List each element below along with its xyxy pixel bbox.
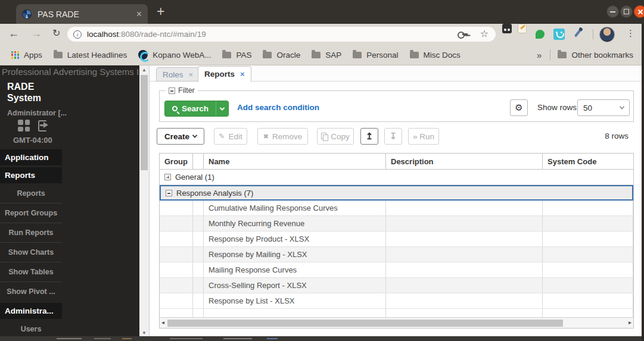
grid-header-row: Group Name Description System Code xyxy=(160,154,633,170)
add-search-condition-link[interactable]: Add search condition xyxy=(237,103,319,112)
column-header-group[interactable]: Group xyxy=(160,154,193,169)
table-row[interactable]: Mailing Response Curves xyxy=(160,262,633,278)
download-button[interactable]: ↧ xyxy=(384,128,402,145)
scroll-up-icon[interactable]: ▲ xyxy=(139,65,149,74)
gear-icon: ⚙ xyxy=(515,102,522,113)
x-icon: ✖ xyxy=(263,133,269,140)
remove-button[interactable]: ✖ Remove xyxy=(257,128,308,145)
filter-legend[interactable]: Filter xyxy=(166,86,198,95)
upload-button[interactable]: ↥ xyxy=(360,128,378,145)
timezone-label: GMT-04:00 xyxy=(13,136,52,145)
sidebar-item-reports[interactable]: Reports xyxy=(0,183,62,203)
sidebar-section-administration[interactable]: Administra... xyxy=(0,303,62,319)
apps-grid-icon[interactable] xyxy=(18,120,30,132)
upload-icon: ↥ xyxy=(366,131,374,142)
copy-button[interactable]: Copy xyxy=(317,128,354,145)
sidebar-section-application[interactable]: Application xyxy=(0,149,62,165)
collapse-icon[interactable] xyxy=(166,190,172,196)
extension-dark-icon[interactable] xyxy=(502,24,512,33)
browser-tab-close-icon[interactable]: × xyxy=(136,10,142,19)
tab-close-icon[interactable]: × xyxy=(189,70,194,79)
cell-description xyxy=(386,216,543,231)
copy-button-label: Copy xyxy=(331,132,350,141)
new-tab-button[interactable]: + xyxy=(157,4,164,20)
sidebar-item-report-groups[interactable]: Report Groups xyxy=(0,203,62,223)
other-bookmarks[interactable]: Other bookmarks xyxy=(558,51,633,60)
group-row-general[interactable]: General (1) xyxy=(160,170,633,185)
site-info-icon[interactable]: i xyxy=(73,30,82,39)
scrollbar-thumb[interactable] xyxy=(167,320,563,327)
grid-settings-button[interactable]: ⚙ xyxy=(510,99,528,116)
table-row[interactable]: Cross-Selling Report - XLSX xyxy=(160,278,633,293)
scrollbar-thumb[interactable] xyxy=(141,75,148,170)
password-manager-icon[interactable] xyxy=(458,32,468,36)
url-text[interactable]: localhost:8080/rade-ntc/#main/19 xyxy=(87,30,206,39)
sidebar-item-show-tables[interactable]: Show Tables xyxy=(0,262,62,281)
group-row-response-analysis[interactable]: Response Analysis (7) xyxy=(160,185,633,201)
scroll-right-icon[interactable]: ▸ xyxy=(629,319,631,326)
scroll-down-icon[interactable]: ▼ xyxy=(139,329,149,337)
bookmark-apps[interactable]: Apps xyxy=(11,51,42,60)
edit-button[interactable]: ✎ Edit xyxy=(214,128,247,145)
search-button[interactable]: Search xyxy=(165,101,216,116)
bookmark-kopano[interactable]: Kopano WebA... xyxy=(138,50,211,60)
page-size-select[interactable]: 50 xyxy=(577,99,630,116)
search-split-button: Search xyxy=(164,101,229,117)
logout-icon[interactable] xyxy=(38,120,47,132)
sidebar-item-show-pivot[interactable]: Show Pivot ... xyxy=(0,281,62,301)
column-header-name[interactable]: Name xyxy=(204,154,386,169)
reports-grid: Group Name Description System Code Gener… xyxy=(159,153,634,329)
extension-notes-icon[interactable] xyxy=(518,24,527,33)
table-row[interactable]: Monthly Recurring Revenue xyxy=(160,216,633,231)
run-button-label: » Run xyxy=(413,132,434,141)
column-header-description[interactable]: Description xyxy=(386,154,543,169)
close-button[interactable] xyxy=(634,5,644,18)
bookmark-oracle[interactable]: Oracle xyxy=(263,51,300,60)
scroll-left-icon[interactable]: ◂ xyxy=(161,319,164,326)
tab-reports[interactable]: Reports × xyxy=(198,66,251,82)
extension-green-icon[interactable] xyxy=(536,30,545,39)
table-row[interactable]: Response by Mailing - XLSX xyxy=(160,247,633,262)
sidebar-item-run-reports[interactable]: Run Reports xyxy=(0,223,62,242)
minimize-button[interactable] xyxy=(606,5,619,18)
bookmark-misc-docs[interactable]: Misc Docs xyxy=(410,51,461,60)
url-host: localhost xyxy=(87,30,119,39)
extension-teal-icon[interactable] xyxy=(553,29,565,40)
sidebar-item-show-charts[interactable]: Show Charts xyxy=(0,242,62,262)
extension-eyedropper-icon[interactable] xyxy=(574,29,581,37)
tab-label: Roles xyxy=(163,70,183,79)
sidebar-section-reports[interactable]: Reports xyxy=(0,167,62,183)
address-bar[interactable]: i localhost:8080/rade-ntc/#main/19 ☆ xyxy=(67,27,496,42)
bookmark-star-icon[interactable]: ☆ xyxy=(480,28,489,39)
table-row[interactable]: Response by Product - XLSX xyxy=(160,231,633,247)
cell-name: Mailing Response Curves xyxy=(204,262,386,277)
table-row[interactable]: Cumulative Mailing Response Curves xyxy=(160,201,633,216)
column-header-spacer[interactable] xyxy=(193,154,204,169)
bookmarks-overflow-icon[interactable]: » xyxy=(537,50,542,60)
bookmark-pas[interactable]: PAS xyxy=(222,51,251,60)
bookmark-sap[interactable]: SAP xyxy=(312,51,341,60)
tab-roles[interactable]: Roles × xyxy=(156,67,200,82)
forward-button[interactable]: → xyxy=(31,27,42,40)
create-button[interactable]: Create xyxy=(157,128,204,145)
browser-tab[interactable]: PAS RADE × xyxy=(16,4,148,24)
table-row[interactable]: Response by List - XLSX xyxy=(160,293,633,309)
toolbar-divider xyxy=(593,29,593,39)
collapse-icon[interactable] xyxy=(169,87,175,94)
sidebar-scrollbar[interactable]: ▲ ▼ xyxy=(139,65,149,337)
tab-close-icon[interactable]: × xyxy=(240,70,245,79)
back-button[interactable]: ← xyxy=(8,27,19,40)
grid-horizontal-scrollbar[interactable]: ◂ ▸ xyxy=(160,317,633,328)
column-header-system-code[interactable]: System Code xyxy=(543,154,633,169)
bookmark-personal[interactable]: Personal xyxy=(353,51,398,60)
browser-window: PAS RADE × + ← → ↻ i localhost:8080/rade… xyxy=(0,0,644,341)
reload-button[interactable]: ↻ xyxy=(52,27,60,39)
search-options-dropdown[interactable] xyxy=(216,101,228,116)
run-button[interactable]: » Run xyxy=(408,128,439,145)
browser-menu-icon[interactable]: ⋮ xyxy=(626,28,635,39)
bookmark-latest-headlines[interactable]: Latest Headlines xyxy=(54,51,127,60)
profile-avatar[interactable] xyxy=(599,27,615,42)
search-icon xyxy=(172,106,178,111)
expand-icon[interactable] xyxy=(164,174,171,180)
maximize-button[interactable] xyxy=(620,5,633,18)
